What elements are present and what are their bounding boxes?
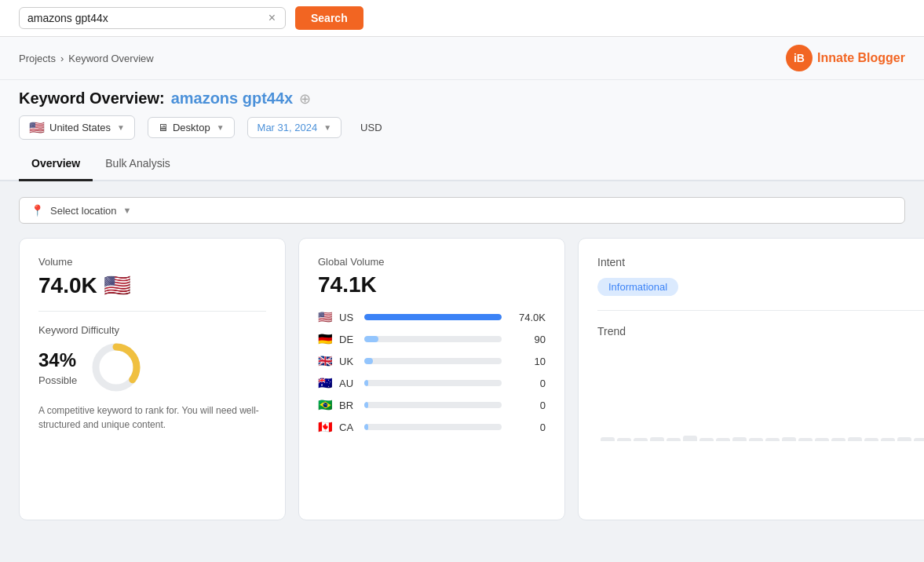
country-row-br: 🇧🇷 BR 0 xyxy=(318,398,546,412)
trend-bar-8 xyxy=(732,437,747,442)
tab-overview[interactable]: Overview xyxy=(19,148,93,181)
device-filter[interactable]: 🖥 Desktop ▼ xyxy=(148,117,235,138)
page-title: Keyword Overview: amazons gpt44x ⊕ xyxy=(19,89,905,108)
date-label: Mar 31, 2024 xyxy=(257,122,318,133)
flag-ca: 🇨🇦 xyxy=(318,420,333,434)
currency-label: USD xyxy=(354,118,388,137)
difficulty-label: Keyword Difficulty xyxy=(38,324,266,336)
search-box: × xyxy=(19,7,286,29)
breadcrumb-separator: › xyxy=(60,53,64,64)
bar-de xyxy=(364,336,502,342)
code-au: AU xyxy=(339,378,358,389)
date-filter[interactable]: Mar 31, 2024 ▼ xyxy=(247,117,342,138)
header: × Search xyxy=(0,0,924,37)
intent-label: Intent xyxy=(597,256,924,268)
val-au: 0 xyxy=(508,378,546,389)
add-keyword-button[interactable]: ⊕ xyxy=(299,90,311,108)
difficulty-description: A competitive keyword to rank for. You w… xyxy=(38,403,266,432)
code-de: DE xyxy=(339,334,358,345)
trend-label: Trend xyxy=(597,325,924,338)
trend-bar-19 xyxy=(914,438,924,441)
country-row-us: 🇺🇸 US 74.0K xyxy=(318,310,546,324)
trend-bar-14 xyxy=(831,438,845,441)
logo-accent: Blogger xyxy=(858,51,905,64)
flag-us: 🇺🇸 xyxy=(318,310,333,324)
flag-uk: 🇬🇧 xyxy=(318,354,333,368)
cards-row: Volume 74.0K 🇺🇸 Keyword Difficulty 34% P… xyxy=(19,238,905,520)
trend-bar-4 xyxy=(667,438,681,441)
trend-bar-12 xyxy=(798,438,813,441)
val-de: 90 xyxy=(508,334,546,345)
flag-de: 🇩🇪 xyxy=(318,332,333,346)
volume-value: 74.0K 🇺🇸 xyxy=(38,272,266,298)
country-label: United States xyxy=(49,122,111,133)
device-icon: 🖥 xyxy=(158,122,168,133)
code-us: US xyxy=(339,312,358,323)
trend-bar-5 xyxy=(683,436,697,441)
bar-br xyxy=(364,402,502,408)
country-row-de: 🇩🇪 DE 90 xyxy=(318,332,546,346)
trend-bar-15 xyxy=(848,437,862,442)
bar-us xyxy=(364,314,502,320)
trend-bar-0 xyxy=(601,437,615,442)
device-chevron-icon: ▼ xyxy=(217,123,225,132)
trend-bar-6 xyxy=(699,438,714,441)
title-prefix: Keyword Overview: xyxy=(19,89,165,108)
breadcrumb-bar: Projects › Keyword Overview iB Innate Bl… xyxy=(0,37,924,80)
volume-label: Volume xyxy=(38,256,266,268)
select-location-button[interactable]: 📍 Select location ▼ xyxy=(19,197,905,224)
location-chevron-icon: ▼ xyxy=(123,206,132,215)
flag-br: 🇧🇷 xyxy=(318,398,333,412)
bar-au xyxy=(364,380,502,386)
bar-uk xyxy=(364,358,502,364)
logo-icon: iB xyxy=(786,45,813,71)
trend-bar-16 xyxy=(864,438,878,441)
trend-bar-1 xyxy=(617,438,631,441)
select-location-label: Select location xyxy=(50,205,117,217)
global-volume-label: Global Volume xyxy=(318,256,546,268)
filters-row: 🇺🇸 United States ▼ 🖥 Desktop ▼ Mar 31, 2… xyxy=(0,108,924,148)
global-volume-value: 74.1K xyxy=(318,272,546,297)
difficulty-section: 34% Possible xyxy=(38,342,266,392)
trend-bar-13 xyxy=(815,438,829,441)
country-row-ca: 🇨🇦 CA 0 xyxy=(318,420,546,434)
trend-bar-18 xyxy=(897,437,911,442)
donut-chart xyxy=(91,342,141,392)
date-chevron-icon: ▼ xyxy=(323,123,331,132)
flag-au: 🇦🇺 xyxy=(318,376,333,390)
breadcrumb: Projects › Keyword Overview xyxy=(19,53,154,64)
country-row-au: 🇦🇺 AU 0 xyxy=(318,376,546,390)
code-ca: CA xyxy=(339,422,358,433)
trend-bar-17 xyxy=(881,438,895,441)
breadcrumb-current: Keyword Overview xyxy=(68,53,153,64)
content: 📍 Select location ▼ Volume 74.0K 🇺🇸 Keyw… xyxy=(0,181,924,562)
code-br: BR xyxy=(339,400,358,411)
bar-ca xyxy=(364,424,502,430)
title-keyword: amazons gpt44x xyxy=(171,89,294,108)
intent-trend-card: Intent Informational Trend xyxy=(578,238,924,520)
global-volume-card: Global Volume 74.1K 🇺🇸 US 74.0K 🇩🇪 DE 90… xyxy=(298,238,565,520)
device-label: Desktop xyxy=(173,122,210,133)
possible-label: Possible xyxy=(38,374,77,386)
tab-bulk-analysis[interactable]: Bulk Analysis xyxy=(93,148,182,181)
difficulty-pct: 34% xyxy=(38,349,77,371)
search-input[interactable] xyxy=(27,12,261,24)
breadcrumb-projects[interactable]: Projects xyxy=(19,53,56,64)
val-ca: 0 xyxy=(508,422,546,433)
logo-text: Innate Blogger xyxy=(817,51,905,65)
search-button[interactable]: Search xyxy=(295,6,363,30)
logo-normal: Innate xyxy=(817,51,858,64)
trend-bar-7 xyxy=(716,438,730,441)
val-br: 0 xyxy=(508,400,546,411)
location-icon: 📍 xyxy=(31,204,44,217)
trend-bar-11 xyxy=(782,437,796,442)
page-header: Keyword Overview: amazons gpt44x ⊕ xyxy=(0,80,924,108)
country-filter[interactable]: 🇺🇸 United States ▼ xyxy=(19,115,135,140)
volume-card: Volume 74.0K 🇺🇸 Keyword Difficulty 34% P… xyxy=(19,238,286,520)
trend-bar-9 xyxy=(749,438,763,441)
country-flag: 🇺🇸 xyxy=(29,120,45,135)
trend-bar-10 xyxy=(765,438,780,441)
volume-flag: 🇺🇸 xyxy=(104,272,131,298)
clear-button[interactable]: × xyxy=(267,11,277,25)
trend-chart xyxy=(597,347,924,441)
